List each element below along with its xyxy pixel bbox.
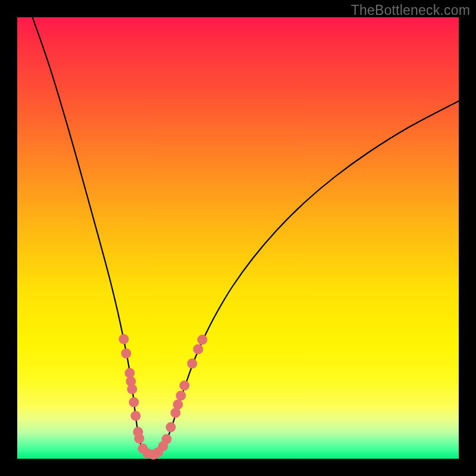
watermark-text: TheBottleneck.com [351,2,470,18]
marker-dot [121,349,131,359]
marker-dot [129,397,139,408]
scatter-markers [119,334,208,460]
marker-dot [198,335,208,345]
chart-area [17,17,459,459]
marker-dot [119,334,129,345]
chart-svg [17,17,459,459]
marker-dot [162,434,172,444]
marker-dot [166,422,176,433]
v-curve [30,11,469,456]
marker-dot [187,359,198,369]
marker-dot [134,434,145,444]
marker-dot [176,391,186,401]
marker-dot [173,400,183,410]
marker-dot [127,384,137,394]
marker-dot [131,411,141,421]
marker-dot [180,381,190,391]
marker-dot [193,345,203,355]
